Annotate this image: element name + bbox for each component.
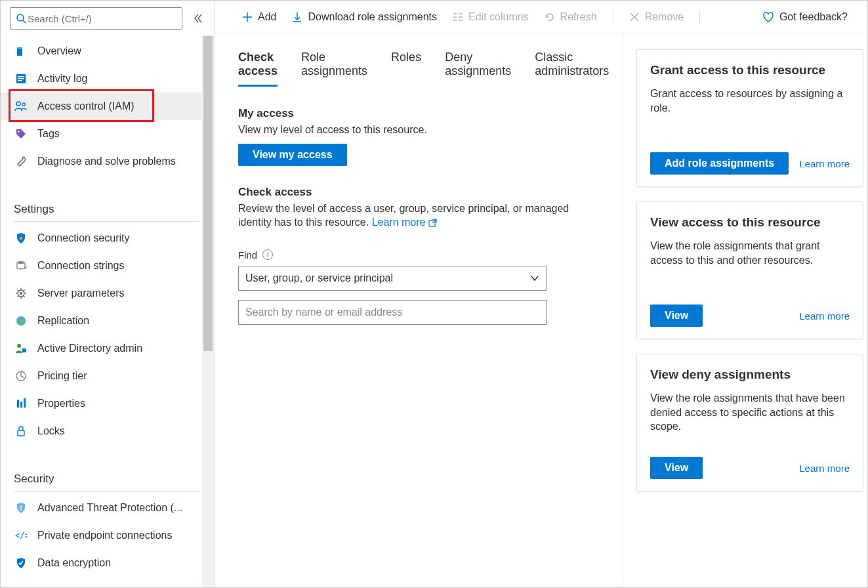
activity-log-icon	[15, 73, 27, 85]
card-view-access: View access to this resource View the ro…	[636, 201, 863, 339]
sidebar-item-label: Overview	[37, 45, 81, 57]
card-title: View access to this resource	[650, 215, 850, 230]
svg-line-20	[24, 296, 25, 297]
add-role-assignments-button[interactable]: Add role assignments	[650, 152, 789, 175]
collapse-sidebar-button[interactable]	[189, 9, 207, 28]
scrollbar-track[interactable]	[202, 35, 214, 587]
tab-role-assignments[interactable]: Role assignments	[301, 48, 367, 87]
toolbar-label: Remove	[645, 11, 684, 23]
refresh-button[interactable]: Refresh	[538, 9, 604, 26]
view-access-button[interactable]: View	[650, 304, 703, 327]
sidebar-item-connection-security[interactable]: Connection security	[1, 224, 202, 252]
download-icon	[292, 12, 302, 22]
external-link-icon	[428, 219, 437, 227]
sidebar-item-access-control[interactable]: Access control (IAM)	[1, 93, 202, 120]
sidebar-item-locks[interactable]: Locks	[1, 417, 202, 445]
sidebar-item-threat-protection[interactable]: Advanced Threat Protection (...	[1, 494, 202, 522]
learn-more-link[interactable]: Learn more	[799, 463, 850, 474]
sidebar: Overview Activity log Access control (IA…	[1, 1, 215, 587]
find-search-input[interactable]	[238, 300, 547, 325]
sidebar-item-label: Private endpoint connections	[37, 530, 172, 541]
svg-rect-5	[18, 78, 24, 79]
card-view-deny: View deny assignments View the role assi…	[636, 354, 863, 492]
tag-icon	[15, 128, 27, 140]
svg-point-14	[20, 292, 22, 295]
svg-rect-25	[22, 348, 26, 352]
sidebar-item-properties[interactable]: Properties	[1, 390, 202, 417]
svg-rect-27	[17, 400, 19, 408]
tab-bar: Check access Role assignments Roles Deny…	[238, 48, 599, 87]
learn-more-link[interactable]: Learn more	[799, 310, 850, 322]
info-icon[interactable]: i	[262, 249, 273, 260]
card-text: View the role assignments that grant acc…	[650, 239, 850, 267]
view-deny-button[interactable]: View	[650, 457, 703, 479]
tab-check-access[interactable]: Check access	[238, 48, 278, 87]
sidebar-item-active-directory[interactable]: Active Directory admin	[1, 335, 202, 362]
sidebar-item-replication[interactable]: Replication	[1, 307, 202, 335]
shield-alert-icon	[15, 502, 27, 514]
search-icon	[16, 13, 26, 24]
sidebar-item-private-endpoint[interactable]: </> Private endpoint connections	[1, 522, 202, 549]
card-title: Grant access to this resource	[650, 63, 850, 77]
svg-point-0	[17, 14, 24, 21]
learn-more-link[interactable]: Learn more	[799, 158, 850, 169]
check-access-title: Check access	[238, 186, 599, 199]
sidebar-item-connection-strings[interactable]: + Connection strings	[1, 252, 202, 280]
svg-text:+: +	[24, 264, 27, 271]
chevron-down-icon	[530, 274, 539, 283]
toolbar-label: Got feedback?	[779, 11, 848, 23]
tab-classic-admins[interactable]: Classic administrators	[535, 48, 609, 87]
my-access-text: View my level of access to this resource…	[238, 123, 599, 137]
sidebar-item-label: Data encryption	[37, 557, 111, 569]
toolbar-separator	[699, 10, 700, 24]
toolbar-label: Download role assignments	[308, 11, 437, 23]
sidebar-item-data-encryption[interactable]: Data encryption	[1, 549, 202, 577]
gear-icon	[15, 287, 27, 299]
svg-point-2	[17, 47, 22, 49]
svg-point-8	[22, 103, 25, 106]
scrollbar-thumb[interactable]	[203, 36, 213, 351]
sidebar-section-header: Settings	[1, 188, 214, 221]
sidebar-item-overview[interactable]: Overview	[1, 37, 202, 65]
sidebar-item-activity-log[interactable]: Activity log	[1, 65, 202, 93]
wrench-icon	[15, 156, 27, 167]
feedback-button[interactable]: Got feedback?	[756, 9, 854, 26]
lock-icon	[15, 425, 27, 437]
sidebar-item-label: Connection security	[37, 232, 130, 244]
pricing-icon	[15, 370, 27, 382]
sidebar-item-tags[interactable]: Tags	[1, 120, 202, 148]
refresh-icon	[545, 12, 555, 22]
toolbar-label: Refresh	[560, 11, 597, 23]
search-box[interactable]	[10, 7, 182, 30]
overview-icon	[15, 45, 27, 57]
tab-deny-assignments[interactable]: Deny assignments	[445, 48, 511, 87]
shield-icon	[15, 232, 27, 244]
find-type-select[interactable]: User, group, or service principal	[238, 266, 547, 291]
svg-point-24	[17, 344, 21, 348]
toolbar: Add Download role assignments Edit colum…	[215, 1, 867, 33]
view-my-access-button[interactable]: View my access	[238, 144, 347, 166]
sidebar-item-pricing-tier[interactable]: Pricing tier	[1, 362, 202, 390]
tab-roles[interactable]: Roles	[391, 48, 421, 87]
x-icon	[629, 12, 640, 22]
sidebar-item-label: Pricing tier	[37, 370, 87, 382]
svg-rect-29	[24, 398, 26, 408]
sidebar-item-label: Diagnose and solve problems	[37, 156, 176, 167]
heart-icon	[762, 11, 774, 23]
remove-button[interactable]: Remove	[623, 9, 691, 26]
shield-check-icon	[15, 557, 27, 569]
sidebar-item-diagnose[interactable]: Diagnose and solve problems	[1, 148, 202, 175]
sidebar-section-header: Security	[1, 458, 214, 491]
sidebar-item-label: Replication	[37, 315, 89, 327]
sidebar-item-label: Access control (IAM)	[37, 100, 134, 112]
svg-point-9	[18, 131, 20, 133]
add-button[interactable]: Add	[236, 9, 283, 26]
svg-text:</>: </>	[15, 531, 27, 540]
search-input[interactable]	[26, 12, 176, 25]
learn-more-link[interactable]: Learn more	[372, 217, 437, 228]
download-button[interactable]: Download role assignments	[285, 9, 444, 26]
sidebar-item-server-parameters[interactable]: Server parameters	[1, 280, 202, 307]
toolbar-label: Edit columns	[468, 11, 529, 23]
card-text: View the role assignments that have been…	[650, 391, 850, 434]
edit-columns-button[interactable]: Edit columns	[446, 9, 535, 26]
